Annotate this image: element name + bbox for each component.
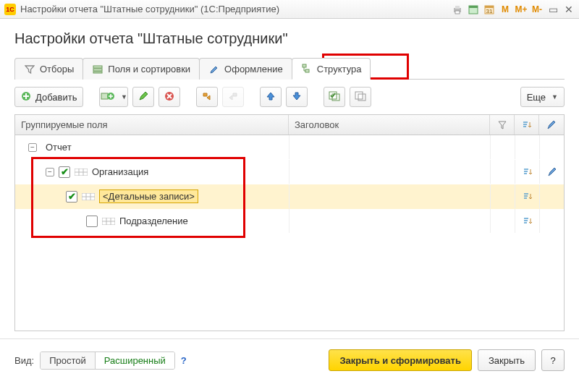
tab-label: Структура: [317, 64, 362, 74]
col-grouped-fields[interactable]: Группируемые поля: [15, 115, 289, 135]
move-out-button[interactable]: [222, 87, 244, 107]
col-sort-icon[interactable]: [515, 115, 539, 135]
chevron-down-icon: ▼: [121, 93, 127, 101]
window-maximize-button[interactable]: ▭: [547, 4, 559, 15]
memory-mplus-button[interactable]: M+: [515, 4, 527, 15]
row-sort-icon[interactable]: [515, 160, 539, 184]
svg-rect-8: [93, 66, 102, 68]
svg-rect-4: [469, 6, 478, 8]
tab-label: Оформление: [224, 64, 283, 74]
delete-icon: [164, 91, 174, 103]
structure-toolbar: Добавить ▼: [14, 80, 565, 114]
col-filter-icon[interactable]: [490, 115, 515, 135]
tree-row-report[interactable]: − Отчет: [15, 135, 564, 160]
edit-button[interactable]: [132, 87, 154, 107]
uncheck-all-button[interactable]: [350, 87, 371, 107]
structure-grid: Группируемые поля Заголовок − Отчет: [14, 114, 565, 331]
move-out-icon: [227, 91, 239, 103]
tree-row-division[interactable]: Подразделение: [15, 209, 564, 234]
row-sort-icon[interactable]: [515, 184, 539, 208]
table-icon: [82, 192, 95, 201]
help-link[interactable]: ?: [181, 355, 187, 366]
page-title: Настройки отчета "Штатные сотрудники": [14, 30, 565, 47]
check-all-button[interactable]: [324, 87, 345, 107]
expand-toggle[interactable]: −: [46, 168, 54, 176]
window-close-button[interactable]: ✕: [563, 4, 575, 15]
tree-row-details[interactable]: <Детальные записи>: [15, 184, 564, 209]
svg-rect-17: [329, 92, 337, 99]
svg-rect-3: [469, 6, 478, 14]
col-format-icon[interactable]: [539, 115, 564, 135]
print-icon[interactable]: [452, 4, 463, 15]
tab-structure[interactable]: Структура: [292, 58, 371, 80]
svg-rect-2: [455, 11, 460, 14]
arrow-down-icon: [292, 91, 302, 103]
svg-rect-11: [303, 64, 306, 67]
grid-body: − Отчет − Организация: [15, 135, 564, 331]
move-into-icon: [201, 91, 213, 103]
help-button[interactable]: ?: [541, 349, 565, 371]
tab-label: Поля и сортировки: [108, 64, 190, 74]
row-label: Организация: [92, 166, 148, 177]
svg-rect-0: [454, 8, 461, 12]
col-title[interactable]: Заголовок: [289, 115, 490, 135]
tabstrip: Отборы Поля и сортировки Оформление Стру…: [14, 57, 565, 80]
move-down-button[interactable]: [286, 87, 308, 107]
apply-close-button[interactable]: Закрыть и сформировать: [329, 349, 472, 371]
memory-m-button[interactable]: M: [499, 4, 511, 15]
checkbox[interactable]: [86, 216, 98, 227]
close-button[interactable]: Закрыть: [478, 349, 536, 371]
tab-label: Отборы: [40, 64, 74, 74]
svg-text:31: 31: [486, 8, 493, 14]
memory-mminus-button[interactable]: M-: [531, 4, 543, 15]
plus-icon: [21, 91, 31, 103]
svg-rect-1: [455, 6, 460, 9]
svg-rect-5: [485, 6, 494, 14]
tab-filters[interactable]: Отборы: [14, 58, 83, 80]
calendar-green-icon[interactable]: [468, 4, 479, 15]
svg-point-16: [165, 92, 174, 101]
pencil-icon: [138, 91, 148, 103]
checkbox[interactable]: [59, 166, 70, 178]
table-icon: [102, 217, 115, 226]
svg-rect-12: [305, 69, 309, 72]
svg-point-15: [107, 93, 114, 100]
dialog-footer: Вид: Простой Расширенный ? Закрыть и сфо…: [0, 338, 579, 380]
tree-row-org[interactable]: − Организация: [15, 160, 564, 184]
svg-rect-18: [332, 94, 339, 101]
view-advanced-button[interactable]: Расширенный: [96, 352, 174, 369]
window-title: Настройки отчета "Штатные сотрудники" (1…: [20, 4, 279, 14]
add-label: Добавить: [35, 92, 77, 103]
row-sort-icon[interactable]: [515, 209, 539, 233]
view-label: Вид:: [14, 355, 34, 366]
fields-icon: [92, 64, 103, 75]
add-button[interactable]: Добавить: [14, 87, 83, 107]
tab-fields[interactable]: Поля и сортировки: [83, 58, 200, 80]
tab-formatting[interactable]: Оформление: [199, 58, 292, 80]
view-mode-segment: Простой Расширенный: [40, 351, 175, 370]
expand-toggle[interactable]: −: [28, 143, 37, 152]
grid-header: Группируемые поля Заголовок: [15, 115, 564, 135]
delete-button[interactable]: [159, 87, 180, 107]
move-up-button[interactable]: [260, 87, 282, 107]
brush-icon: [208, 64, 220, 75]
window-titlebar: 1C Настройки отчета "Штатные сотрудники"…: [0, 0, 579, 19]
svg-point-13: [22, 92, 30, 101]
row-format-icon[interactable]: [539, 160, 564, 184]
group-button[interactable]: ▼: [99, 87, 128, 107]
row-label: Подразделение: [119, 216, 188, 226]
svg-rect-14: [101, 93, 108, 99]
checkbox[interactable]: [66, 191, 77, 203]
svg-rect-25: [82, 193, 95, 200]
calendar-day-icon[interactable]: 31: [483, 4, 495, 15]
svg-rect-21: [75, 169, 88, 176]
svg-rect-9: [93, 69, 102, 71]
svg-rect-20: [358, 94, 365, 101]
arrow-up-icon: [266, 91, 276, 103]
view-simple-button[interactable]: Простой: [41, 352, 96, 369]
more-button[interactable]: Еще ▼: [520, 87, 565, 107]
app-1c-icon: 1C: [4, 4, 16, 15]
more-label: Еще: [527, 92, 546, 103]
funnel-icon: [24, 64, 35, 75]
move-into-button[interactable]: [196, 87, 218, 107]
